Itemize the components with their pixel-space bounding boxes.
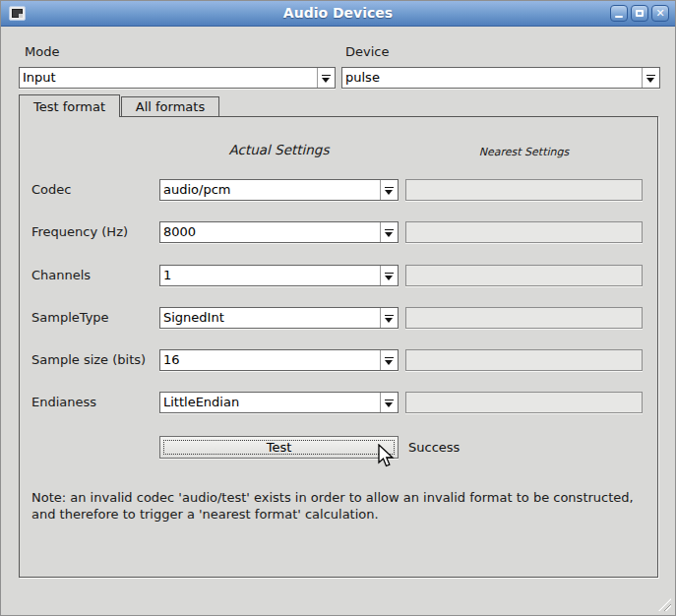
tab-all-formats[interactable]: All formats [121,96,219,116]
chevron-down-icon-triangle [322,78,330,83]
device-combobox-dropdown[interactable] [642,68,659,88]
titlebar[interactable]: Audio Devices ✕ [1,1,675,27]
frequency-nearest-field [405,221,643,243]
codec-label: Codec [31,182,71,197]
chevron-down-icon [385,315,394,316]
chevron-down-icon [385,273,394,274]
frequency-combobox-dropdown[interactable] [380,222,398,242]
channels-combobox-dropdown[interactable] [380,266,398,285]
samplesize-combobox-dropdown[interactable] [380,350,398,370]
samplesize-combobox[interactable]: 16 [159,349,399,371]
codec-combobox[interactable]: audio/pcm [159,179,399,201]
maximize-icon [636,10,644,17]
sampletype-combobox-value: SignedInt [163,310,376,325]
chevron-down-icon [385,357,394,358]
endianess-label: Endianess [31,395,96,409]
device-combobox[interactable]: pulse [341,67,660,89]
chevron-down-icon-triangle [385,276,393,280]
channels-label: Channels [31,268,91,282]
frequency-combobox[interactable]: 8000 [159,221,399,243]
endianess-combobox-dropdown[interactable] [380,393,398,412]
samplesize-nearest-field [405,349,643,371]
window-title: Audio Devices [1,5,675,21]
mode-combobox[interactable]: Input [19,67,336,89]
chevron-down-icon-triangle [385,402,393,407]
sampletype-nearest-field [405,307,643,329]
chevron-down-icon-triangle [385,318,393,323]
resize-grip[interactable] [658,598,671,611]
endianess-combobox[interactable]: LittleEndian [159,392,399,413]
actual-settings-heading: Actual Settings [159,142,399,157]
maximize-button[interactable] [631,5,648,22]
test-format-panel: Actual Settings Nearest Settings Codec a… [19,116,658,578]
chevron-down-icon [322,75,331,76]
minimize-button[interactable] [610,5,628,22]
test-button[interactable]: Test [159,436,399,459]
samplesize-combobox-value: 16 [163,352,376,367]
mode-label: Mode [25,44,59,59]
channels-combobox[interactable]: 1 [159,265,399,286]
codec-nearest-field [405,179,643,201]
status-text: Success [408,440,460,455]
close-button[interactable]: ✕ [651,5,669,22]
chevron-down-icon [385,400,394,400]
chevron-down-icon [385,187,394,188]
device-label: Device [345,44,389,59]
nearest-settings-heading: Nearest Settings [405,146,643,158]
chevron-down-icon-triangle [385,232,393,237]
tab-test-format[interactable]: Test format [19,94,120,117]
samplesize-label: Sample size (bits) [31,352,146,367]
mouse-cursor [376,444,398,469]
minimize-icon [615,16,623,18]
mode-combobox-value: Input [23,70,313,85]
audio-devices-window: Audio Devices ✕ Mode Input Device pulse … [0,0,676,616]
sampletype-combobox-dropdown[interactable] [380,308,398,328]
note-text: Note: an invalid codec 'audio/test' exis… [31,489,653,523]
codec-combobox-dropdown[interactable] [380,180,398,200]
endianess-nearest-field [405,392,643,413]
frequency-label: Frequency (Hz) [31,224,128,239]
frequency-combobox-value: 8000 [163,224,376,239]
channels-nearest-field [405,265,643,286]
sampletype-label: SampleType [31,310,109,325]
mode-combobox-dropdown[interactable] [317,68,335,88]
sampletype-combobox[interactable]: SignedInt [159,307,399,329]
close-icon: ✕ [655,8,664,19]
chevron-down-icon-triangle [385,190,393,195]
endianess-combobox-value: LittleEndian [163,395,376,409]
device-combobox-value: pulse [345,70,638,85]
chevron-down-icon-triangle [646,78,654,83]
chevron-down-icon [646,75,655,76]
channels-combobox-value: 1 [163,268,376,282]
chevron-down-icon [385,229,394,230]
chevron-down-icon-triangle [385,360,393,365]
codec-combobox-value: audio/pcm [163,182,376,197]
